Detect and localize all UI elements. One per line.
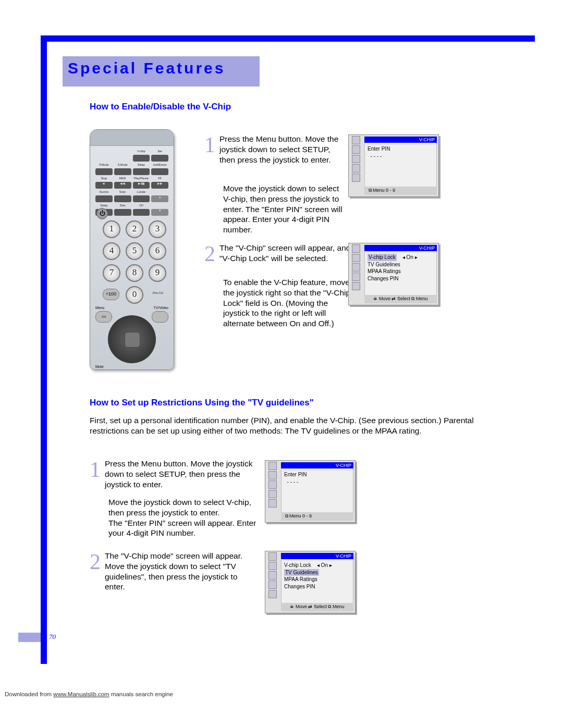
step-text: The "V-Chip mode" screen will appear. Mo…: [105, 551, 256, 592]
remote-key-7: 7: [103, 264, 120, 282]
step-text: Press the Menu button. Move the joystick…: [219, 134, 340, 165]
osd-enter-pin: V-CHIP Enter PIN - - - - ⧉ Menu 0 - 9: [348, 134, 439, 197]
step-number: 2: [204, 243, 215, 265]
remote-figure: V-chipSet P.ModeS.ModeSleepAdd/Erase Sto…: [90, 129, 174, 370]
remote-key-4: 4: [103, 242, 120, 260]
page-title: Special Features: [68, 59, 225, 77]
step-number: 2: [90, 551, 101, 592]
remote-key-1: 1: [103, 220, 120, 238]
osd-enter-pin: V-CHIP Enter PIN - - - - ⧉ Menu 0 - 9: [265, 460, 356, 523]
section1-heading: How to Enable/Disable the V-Chip: [90, 102, 231, 112]
step-number: 1: [204, 134, 215, 165]
step-text: The "V-Chip" screen will appear, and "V-…: [219, 243, 358, 265]
download-footer: Downloaded from www.Manualslib.com manua…: [5, 691, 173, 697]
remote-key-6: 6: [149, 242, 166, 260]
remote-key-2: 2: [126, 220, 143, 238]
step-text: Move the joystick down to select V-chip,…: [108, 497, 260, 538]
osd-vchip-menu: V-CHIP V-chip Lock ◂ On ▸ TV Guidelines …: [348, 243, 439, 305]
section2-intro: First, set up a personal identification …: [90, 415, 507, 436]
remote-key-9: 9: [149, 264, 166, 282]
osd-vchip-menu: V-CHIP V-chip Lock ◂ On ▸ TV Guidelines …: [265, 551, 356, 613]
remote-key-8: 8: [126, 264, 143, 282]
manualslib-link[interactable]: www.Manualslib.com: [53, 691, 109, 697]
page-number-tab: [18, 633, 41, 642]
section2-heading: How to Set up Restrictions Using the "TV…: [90, 398, 314, 408]
step-number: 1: [90, 459, 101, 489]
step-text: Press the Menu button. Move the joystick…: [105, 459, 256, 489]
page-border-left: [41, 35, 47, 664]
remote-key-plus100: +100: [103, 289, 119, 300]
remote-key-0: 0: [126, 286, 143, 304]
page-number: 70: [49, 633, 56, 641]
step-text: To enable the V-Chip feature, move the j…: [223, 277, 356, 329]
remote-joystick: [108, 315, 156, 363]
step-text: Move the joystick down to select V-chip,…: [223, 183, 343, 235]
remote-key-5: 5: [126, 242, 143, 260]
remote-key-3: 3: [149, 220, 166, 238]
page-border-top: [41, 35, 535, 42]
